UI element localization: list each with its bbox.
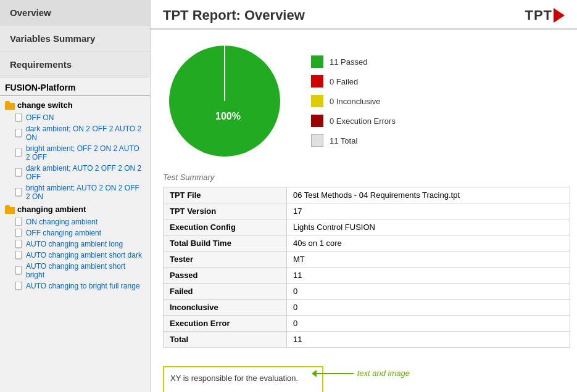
table-cell-value: 11 (287, 267, 570, 284)
footer-box: XY is responsible for the evaluation. ★ … (163, 366, 323, 392)
legend-inconclusive: 0 Inconclusive (311, 95, 396, 107)
tpt-logo-arrow (554, 8, 565, 23)
table-row: TesterMT (164, 251, 570, 267)
sidebar-item-overview[interactable]: Overview (0, 0, 150, 26)
leaf-label-auto-short-bright: AUTO changing ambient short bright (26, 262, 145, 279)
legend-color-total (311, 134, 323, 147)
doc-icon (15, 229, 23, 237)
svg-rect-9 (15, 240, 22, 248)
table-cell-key: TPT File (164, 187, 287, 203)
leaf-off-changing[interactable]: OFF changing ambient (0, 227, 150, 239)
pie-svg: 100% (163, 39, 286, 163)
footer-text: XY is responsible for the evaluation. (170, 374, 316, 383)
table-cell-value: MT (287, 251, 570, 267)
chart-area: 100% 11 Passed 0 Failed 0 Inconclusive (163, 39, 565, 163)
table-cell-value: Lights Control FUSION (287, 219, 570, 235)
svg-rect-10 (15, 251, 22, 259)
leaf-label-bright-ambient-1: bright ambient; OFF 2 ON 2 AUTO 2 OFF (26, 144, 145, 161)
footer-logo-area: ★ YOUR LOGO (170, 389, 316, 392)
legend-label-passed: 11 Passed (330, 57, 367, 67)
svg-rect-8 (15, 229, 22, 237)
leaf-auto-long[interactable]: AUTO changing ambient long (0, 239, 150, 250)
svg-rect-2 (15, 129, 22, 137)
annotation-text: text and image (357, 369, 410, 378)
doc-icon (15, 282, 23, 290)
legend-total: 11 Total (311, 134, 396, 147)
folder-icon (5, 101, 15, 110)
group-header-changing-ambient[interactable]: changing ambient (0, 202, 150, 216)
footer-annotation: text and image (317, 369, 410, 378)
group-label-changing-ambient: changing ambient (17, 205, 86, 214)
leaf-auto-short-dark[interactable]: AUTO changing ambient short dark (0, 250, 150, 261)
svg-rect-11 (15, 266, 22, 274)
doc-icon (15, 266, 23, 275)
leaf-label-on-changing: ON changing ambient (26, 218, 98, 226)
sidebar: Overview Variables Summary Requirements … (0, 0, 151, 392)
leaf-auto-short-bright[interactable]: AUTO changing ambient short bright (0, 261, 150, 280)
table-cell-value: 0 (287, 316, 570, 332)
sidebar-item-variables-summary[interactable]: Variables Summary (0, 26, 150, 52)
tpt-logo-text: TPT (525, 7, 552, 23)
table-row: Execution ConfigLights Control FUSION (164, 219, 570, 235)
folder-icon (5, 205, 15, 214)
table-cell-key: Total (164, 332, 287, 348)
table-row: TPT Version17 (164, 203, 570, 219)
leaf-label-auto-bright-full: AUTO changing to bright full range (26, 282, 140, 290)
leaf-dark-ambient-1[interactable]: dark ambient; ON 2 OFF 2 AUTO 2 ON (0, 123, 150, 143)
leaf-bright-ambient-1[interactable]: bright ambient; OFF 2 ON 2 AUTO 2 OFF (0, 143, 150, 163)
doc-icon (15, 149, 23, 157)
info-table: TPT File06 Test Methods - 04 Requirement… (163, 187, 570, 348)
svg-rect-7 (15, 218, 22, 226)
leaf-bright-ambient-2[interactable]: bright ambient; AUTO 2 ON 2 OFF 2 ON (0, 182, 150, 202)
table-cell-value: 17 (287, 203, 570, 219)
table-cell-key: Failed (164, 284, 287, 300)
platform-title: FUSION-Platform (0, 78, 150, 96)
legend-label-failed: 0 Failed (330, 77, 358, 86)
table-cell-value: 06 Test Methods - 04 Requirements Tracin… (287, 187, 570, 203)
leaf-auto-bright-full[interactable]: AUTO changing to bright full range (0, 280, 150, 292)
table-cell-key: Passed (164, 267, 287, 284)
table-cell-value: 40s on 1 core (287, 235, 570, 251)
leaf-dark-ambient-2[interactable]: dark ambient; AUTO 2 OFF 2 ON 2 OFF (0, 163, 150, 182)
table-cell-key: TPT Version (164, 203, 287, 219)
leaf-label-bright-ambient-2: bright ambient; AUTO 2 ON 2 OFF 2 ON (26, 184, 145, 201)
table-row: TPT File06 Test Methods - 04 Requirement… (164, 187, 570, 203)
sidebar-nav: Overview Variables Summary Requirements (0, 0, 150, 78)
group-label-change-switch: change switch (17, 100, 73, 110)
legend-execution-errors: 0 Execution Errors (311, 115, 396, 127)
doc-icon (15, 168, 23, 177)
table-cell-key: Inconclusive (164, 300, 287, 316)
legend-label-exec-errors: 0 Execution Errors (330, 116, 396, 126)
leaf-label-off-on: OFF ON (26, 113, 54, 122)
table-cell-key: Execution Error (164, 316, 287, 332)
svg-rect-3 (15, 149, 22, 157)
leaf-off-on[interactable]: OFF ON (0, 112, 150, 123)
main-header: TPT Report: Overview TPT (151, 0, 577, 30)
doc-icon (15, 240, 23, 248)
leaf-on-changing[interactable]: ON changing ambient (0, 216, 150, 227)
svg-rect-6 (5, 207, 15, 214)
doc-icon (15, 218, 23, 226)
table-cell-value: 0 (287, 284, 570, 300)
sidebar-item-requirements[interactable]: Requirements (0, 52, 150, 78)
svg-rect-0 (5, 103, 15, 110)
group-changing-ambient: changing ambient ON changing ambient OFF… (0, 202, 150, 292)
group-header-change-switch[interactable]: change switch (0, 98, 150, 112)
table-row: Execution Error0 (164, 316, 570, 332)
main-content: TPT Report: Overview TPT 100% (151, 0, 577, 392)
table-row: Inconclusive0 (164, 300, 570, 316)
table-row: Total11 (164, 332, 570, 348)
doc-icon (15, 188, 23, 197)
legend-color-failed (311, 75, 323, 88)
doc-icon (15, 251, 23, 259)
table-cell-value: 11 (287, 332, 570, 348)
legend-color-passed (311, 55, 323, 68)
annotation-arrow-icon (317, 373, 354, 374)
star-icon: ★ (170, 389, 186, 392)
doc-icon (15, 129, 23, 137)
chart-legend: 11 Passed 0 Failed 0 Inconclusive 0 Exec… (311, 55, 396, 147)
legend-label-total: 11 Total (330, 136, 357, 145)
table-cell-key: Total Build Time (164, 235, 287, 251)
legend-color-inconclusive (311, 95, 323, 107)
leaf-label-dark-ambient-2: dark ambient; AUTO 2 OFF 2 ON 2 OFF (26, 164, 145, 181)
